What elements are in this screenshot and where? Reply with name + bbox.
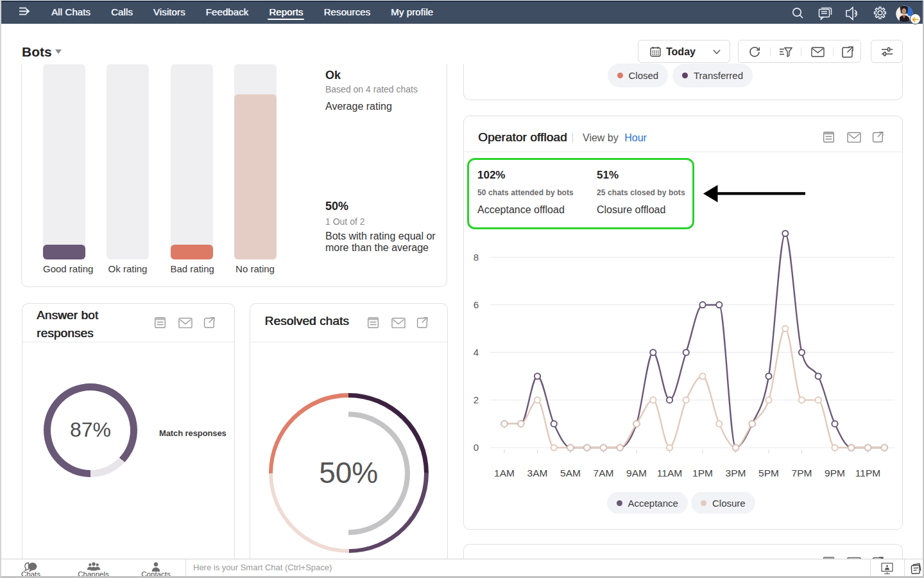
svg-text:8: 8: [474, 252, 479, 263]
svg-text:9AM: 9AM: [626, 468, 647, 478]
svg-text:0: 0: [474, 442, 479, 453]
svg-text:5PM: 5PM: [758, 468, 779, 478]
svg-text:7PM: 7PM: [792, 468, 812, 478]
svg-text:11PM: 11PM: [855, 468, 880, 478]
svg-text:9PM: 9PM: [825, 468, 845, 478]
svg-text:1PM: 1PM: [692, 468, 713, 478]
svg-text:5AM: 5AM: [560, 468, 581, 478]
svg-text:11AM: 11AM: [657, 468, 682, 478]
svg-text:3PM: 3PM: [726, 468, 746, 478]
svg-text:7AM: 7AM: [594, 468, 614, 478]
svg-text:3AM: 3AM: [527, 468, 548, 478]
svg-text:4: 4: [474, 347, 479, 358]
svg-text:6: 6: [474, 299, 479, 310]
svg-text:2: 2: [474, 394, 479, 405]
svg-text:1AM: 1AM: [494, 468, 515, 478]
